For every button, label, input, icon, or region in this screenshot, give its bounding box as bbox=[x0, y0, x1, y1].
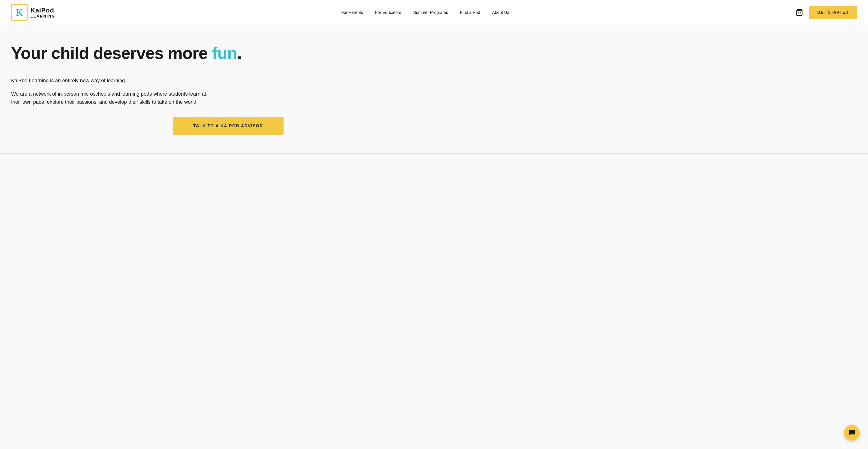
navbar: K KaiPod LEARNING For Parents For Educat… bbox=[0, 0, 868, 25]
bottom-divider bbox=[0, 153, 868, 154]
shopping-bag-icon[interactable] bbox=[795, 8, 804, 17]
headline-fun-word: fun bbox=[212, 44, 237, 62]
headline-period: . bbox=[237, 44, 242, 62]
hero-description: KaiPod Learning is an entirely new way o… bbox=[11, 77, 210, 106]
talk-to-advisor-button[interactable]: TALK TO A KAIPOD ADVISOR bbox=[173, 117, 284, 135]
navbar-right: GET STARTED bbox=[795, 6, 857, 19]
logo-box: K bbox=[11, 4, 28, 21]
logo-letter: K bbox=[16, 8, 23, 17]
main-nav: For Parents For Educators Summer Program… bbox=[341, 10, 509, 15]
logo-brand: KaiPod bbox=[30, 6, 55, 14]
nav-about-us[interactable]: About Us bbox=[492, 10, 509, 15]
logo-sub: LEARNING bbox=[30, 14, 55, 19]
intro-prefix: KaiPod Learning is an bbox=[11, 78, 62, 83]
hero-section: Your child deserves more fun. KaiPod Lea… bbox=[0, 25, 323, 149]
headline-text-part1: Your child deserves more bbox=[11, 44, 212, 62]
nav-for-educators[interactable]: For Educators bbox=[375, 10, 401, 15]
nav-summer-programs[interactable]: Summer Programs bbox=[413, 10, 448, 15]
nav-find-a-pod[interactable]: Find a Pod bbox=[460, 10, 480, 15]
logo-area: K KaiPod LEARNING bbox=[11, 4, 55, 21]
get-started-button[interactable]: GET STARTED bbox=[809, 6, 857, 19]
intro-suffix: . bbox=[125, 78, 126, 83]
logo-text: KaiPod LEARNING bbox=[30, 6, 55, 19]
hero-intro: KaiPod Learning is an entirely new way o… bbox=[11, 77, 210, 84]
entirely-new-way-link[interactable]: entirely new way of learning bbox=[62, 78, 125, 83]
cta-area: TALK TO A KAIPOD ADVISOR bbox=[11, 117, 284, 135]
hero-body-text: We are a network of in-person microschoo… bbox=[11, 90, 210, 106]
nav-for-parents[interactable]: For Parents bbox=[341, 10, 363, 15]
hero-headline: Your child deserves more fun. bbox=[11, 44, 312, 63]
